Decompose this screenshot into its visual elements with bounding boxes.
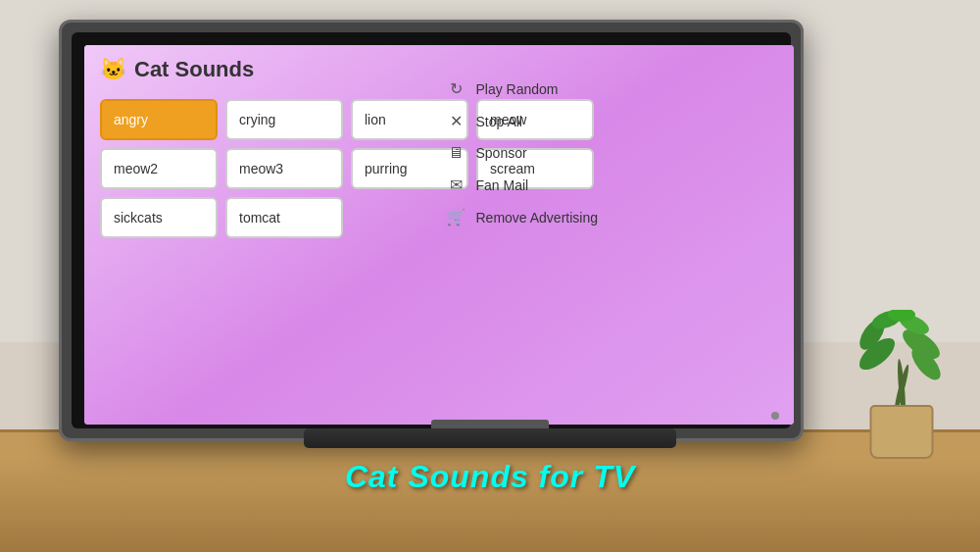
sound-btn-tomcat[interactable]: tomcat xyxy=(225,197,343,238)
remove-advertising-icon: 🛒 xyxy=(446,208,466,226)
plant-pot xyxy=(870,405,934,459)
play-random-icon: ↻ xyxy=(446,79,466,98)
stop-all-icon: ✕ xyxy=(446,112,466,130)
sound-btn-meow2[interactable]: meow2 xyxy=(100,148,218,189)
remove-advertising-label: Remove Advertising xyxy=(475,210,598,226)
menu-item-sponsor[interactable]: 🖥Sponsor xyxy=(446,144,598,162)
menu-item-stop-all[interactable]: ✕Stop All xyxy=(446,112,598,130)
plant-container xyxy=(853,322,951,459)
plant-svg xyxy=(858,310,946,408)
sponsor-icon: 🖥 xyxy=(446,144,466,162)
tv-power-button[interactable] xyxy=(771,412,779,420)
sponsor-label: Sponsor xyxy=(475,145,526,161)
sound-btn-sickcats[interactable]: sickcats xyxy=(100,197,218,238)
tv-screen: 🐱 Cat Sounds angrycryinglionmeowmeow2meo… xyxy=(84,45,794,425)
menu-item-remove-advertising[interactable]: 🛒Remove Advertising xyxy=(446,208,598,226)
cat-icon: 🐱 xyxy=(100,57,126,82)
soundbar xyxy=(304,428,676,448)
fan-mail-label: Fan Mail xyxy=(475,177,528,193)
menu-item-play-random[interactable]: ↻Play Random xyxy=(446,79,598,98)
app-title-below: Cat Sounds for TV xyxy=(345,459,635,495)
plant-leaves xyxy=(858,310,946,412)
sound-btn-meow3[interactable]: meow3 xyxy=(225,148,343,189)
tv-frame: 🐱 Cat Sounds angrycryinglionmeowmeow2meo… xyxy=(59,20,804,441)
fan-mail-icon: ✉ xyxy=(446,176,466,194)
right-menu: ↻Play Random✕Stop All🖥Sponsor✉Fan Mail🛒R… xyxy=(446,79,598,226)
sound-btn-angry[interactable]: angry xyxy=(100,99,218,140)
menu-item-fan-mail[interactable]: ✉Fan Mail xyxy=(446,176,598,194)
app-header: 🐱 Cat Sounds xyxy=(100,57,254,82)
sound-btn-crying[interactable]: crying xyxy=(225,99,343,140)
stop-all-label: Stop All xyxy=(475,114,521,129)
play-random-label: Play Random xyxy=(475,81,558,97)
app-title: Cat Sounds xyxy=(134,57,254,82)
tv-bezel: 🐱 Cat Sounds angrycryinglionmeowmeow2meo… xyxy=(72,32,791,428)
